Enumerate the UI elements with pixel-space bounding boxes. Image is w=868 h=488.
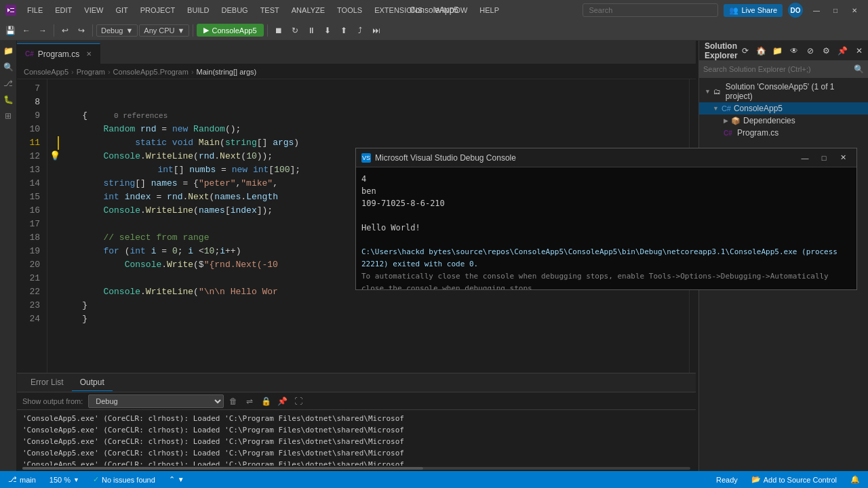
se-settings-button[interactable]: ⚙	[819, 43, 834, 58]
toolbar-icon-2[interactable]: ↻	[288, 23, 302, 38]
breadcrumb: ConsoleApp5 › Program › ConsoleApp5.Prog…	[17, 64, 696, 79]
forward-icon[interactable]: →	[35, 23, 50, 38]
toolbar-icon-3[interactable]: ⏸	[304, 23, 319, 38]
tree-item-project[interactable]: ▼ C# ConsoleApp5	[699, 102, 868, 115]
output-line-5: 'ConsoleApp5.exe' (CoreCLR: clrhost): Lo…	[22, 459, 690, 466]
tab-program-cs[interactable]: C# Program.cs ✕	[17, 43, 100, 64]
toolbar-sep-1	[54, 24, 54, 37]
console-line-7: C:\Users\hackd bytes\source\repos\Consol…	[361, 246, 851, 270]
program-cs-label: Program.cs	[737, 128, 778, 138]
se-close-button[interactable]: ✕	[852, 43, 867, 58]
global-search-input[interactable]	[583, 3, 718, 17]
git-icon[interactable]: ⎇	[1, 76, 16, 91]
se-filter-button[interactable]: ⊘	[803, 43, 818, 58]
title-bar-right: 👥 Live Share DO — □ ✕	[583, 3, 863, 18]
debug-console-icon: VS	[361, 153, 371, 163]
se-dock-button[interactable]: 📌	[835, 43, 850, 58]
se-show-all-button[interactable]: 👁	[787, 43, 802, 58]
menu-git[interactable]: GIT	[110, 3, 133, 17]
toolbar-icon-6[interactable]: ⤴	[353, 23, 368, 38]
se-home-button[interactable]: 🏠	[754, 43, 769, 58]
toolbar-icon-4[interactable]: ⬇	[320, 23, 335, 38]
clear-output-button[interactable]: 🗑	[226, 394, 240, 408]
se-search: 🔍	[699, 61, 868, 78]
output-scrollbar[interactable]	[17, 466, 696, 471]
debug-config-dropdown[interactable]: Debug ▼	[96, 24, 138, 37]
git-branch-status[interactable]: ⎇ main	[5, 475, 39, 484]
menu-test[interactable]: TEST	[255, 3, 285, 17]
zoom-indicator[interactable]: 150 % ▼	[47, 476, 82, 484]
save-icon[interactable]: 💾	[3, 23, 18, 38]
output-line-3: 'ConsoleApp5.exe' (CoreCLR: clrhost): Lo…	[22, 436, 690, 447]
debug-icon[interactable]: 🐛	[1, 92, 16, 107]
menu-help[interactable]: HELP	[474, 3, 505, 17]
editor-tabs: C# Program.cs ✕	[17, 41, 696, 64]
redo-icon[interactable]: ↪	[74, 23, 89, 38]
maximize-button[interactable]: □	[827, 3, 844, 17]
bell-icon: 🔔	[850, 475, 860, 484]
se-search-input[interactable]	[703, 65, 851, 73]
debug-console-minimize[interactable]: —	[797, 152, 813, 164]
breadcrumb-item-3[interactable]: Main(string[] args)	[197, 68, 257, 76]
menu-project[interactable]: PROJECT	[135, 3, 180, 17]
toolbar-icon-1[interactable]: ⏹	[271, 23, 286, 38]
tree-item-solution[interactable]: ▼ 🗂 Solution 'ConsoleApp5' (1 of 1 proje…	[699, 81, 868, 102]
se-sync-button[interactable]: ⟳	[738, 43, 753, 58]
issues-indicator[interactable]: ✓ No issues found	[90, 475, 158, 484]
debug-console-titlebar[interactable]: VS Microsoft Visual Studio Debug Console…	[356, 148, 856, 167]
minimize-button[interactable]: —	[808, 3, 825, 17]
debug-console-content: 4 ben 109-71025-8-6-210 Hello World! C:\…	[356, 167, 856, 289]
back-icon[interactable]: ←	[19, 23, 34, 38]
menu-file[interactable]: FILE	[22, 3, 48, 17]
breadcrumb-item-1[interactable]: Program	[77, 68, 105, 76]
output-panel: Error List Output Show output from: Debu…	[17, 373, 696, 471]
add-to-source-control[interactable]: 📂 Add to Source Control	[749, 475, 840, 484]
menu-debug[interactable]: DEBUG	[216, 3, 254, 17]
toolbar-sep-2	[92, 24, 93, 37]
output-scroll-thumb[interactable]	[22, 467, 423, 470]
title-controls: — □ ✕	[808, 3, 863, 17]
source-control-icon: 📂	[751, 475, 761, 484]
se-search-icon[interactable]: 🔍	[854, 64, 864, 74]
tab-close-button[interactable]: ✕	[86, 50, 92, 58]
breadcrumb-item-0[interactable]: ConsoleApp5	[24, 68, 68, 76]
search-icon[interactable]: 🔍	[1, 60, 16, 75]
close-button[interactable]: ✕	[846, 3, 863, 17]
extensions-icon[interactable]: ⊞	[1, 108, 16, 123]
toolbar-icon-5[interactable]: ⬆	[336, 23, 351, 38]
breadcrumb-item-2[interactable]: ConsoleApp5.Program	[113, 68, 189, 76]
expand-output-button[interactable]: ⛶	[292, 394, 305, 408]
word-wrap-button[interactable]: ⇌	[243, 394, 256, 408]
output-source-select[interactable]: Debug	[88, 394, 224, 408]
menu-build[interactable]: BUILD	[182, 3, 214, 17]
menu-tools[interactable]: TOOLS	[332, 3, 368, 17]
notifications-button[interactable]: 🔔	[848, 475, 863, 484]
pin-output-button[interactable]: 📌	[275, 394, 289, 408]
explorer-icon[interactable]: 📁	[1, 43, 16, 58]
tree-item-program-cs[interactable]: C# Program.cs	[699, 127, 868, 139]
menu-analyze[interactable]: ANALYZE	[286, 3, 330, 17]
undo-icon[interactable]: ↩	[58, 23, 73, 38]
tree-item-dependencies[interactable]: ▶ 📦 Dependencies	[699, 115, 868, 127]
se-tools: ⟳ 🏠 📁 👁 ⊘ ⚙ 📌 ✕	[738, 43, 867, 58]
zoom-icon: ▼	[73, 476, 79, 483]
live-share-button[interactable]: 👥 Live Share	[724, 4, 783, 17]
status-bar-expand[interactable]: ⌃ ▼	[166, 475, 187, 484]
start-debugging-button[interactable]: ▶ ConsoleApp5	[197, 24, 263, 37]
debug-console-maximize[interactable]: □	[816, 152, 832, 164]
title-bar: FILE EDIT VIEW GIT PROJECT BUILD DEBUG T…	[0, 0, 868, 20]
project-label: ConsoleApp5	[734, 104, 783, 113]
lock-output-button[interactable]: 🔒	[259, 394, 273, 408]
menu-view[interactable]: VIEW	[79, 3, 108, 17]
output-panel-tabs: Error List Output	[17, 373, 696, 392]
tab-output[interactable]: Output	[72, 374, 113, 391]
tab-error-list[interactable]: Error List	[22, 374, 72, 391]
cpu-config-dropdown[interactable]: Any CPU ▼	[139, 24, 189, 37]
chevron-down-icon: ▼	[125, 26, 133, 35]
menu-edit[interactable]: EDIT	[50, 3, 77, 17]
output-scroll-track[interactable]	[22, 467, 690, 470]
se-new-folder-button[interactable]: 📁	[770, 43, 785, 58]
debug-console-close[interactable]: ✕	[835, 152, 851, 164]
debug-console-controls: — □ ✕	[797, 152, 851, 164]
toolbar-icon-7[interactable]: ⏭	[369, 23, 384, 38]
